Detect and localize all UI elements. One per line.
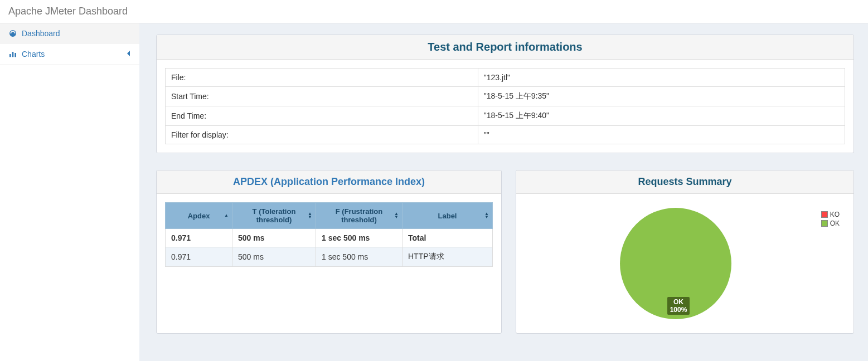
col-header-toleration[interactable]: T (Toleration threshold) ▲▼ xyxy=(232,203,316,229)
cell-f: 1 sec 500 ms xyxy=(316,247,403,267)
table-row: 0.971 500 ms 1 sec 500 ms HTTP请求 xyxy=(166,247,493,267)
info-panel: Test and Report informations File: "123.… xyxy=(156,35,854,153)
info-panel-title: Test and Report informations xyxy=(157,35,854,60)
sort-icon: ▲▼ xyxy=(484,212,489,219)
table-row: File: "123.jtl" xyxy=(166,69,845,87)
sort-icon: ▲▼ xyxy=(308,212,312,219)
col-header-label[interactable]: Label ▲▼ xyxy=(403,203,493,229)
page-header: Apache JMeter Dashboard xyxy=(0,0,868,23)
pie-chart: OK 100% xyxy=(530,208,821,325)
apdex-table: Apdex ▲ T (Toleration threshold) ▲▼ F (F… xyxy=(165,202,493,267)
col-header-frustration[interactable]: F (Frustration threshold) ▲▼ xyxy=(316,203,403,229)
cell-t: 500 ms xyxy=(232,229,316,247)
svg-text:OK: OK xyxy=(673,298,683,306)
legend-swatch-ok xyxy=(821,220,828,227)
cell-apdex: 0.971 xyxy=(166,247,232,267)
cell-f: 1 sec 500 ms xyxy=(316,229,403,247)
sidebar-item-label: Charts xyxy=(22,50,45,58)
main-content: Test and Report informations File: "123.… xyxy=(139,23,868,361)
cell-label: HTTP请求 xyxy=(403,247,493,267)
info-value: "123.jtl" xyxy=(478,69,845,87)
svg-rect-0 xyxy=(9,54,11,57)
svg-text:100%: 100% xyxy=(670,306,687,314)
sidebar-item-dashboard[interactable]: Dashboard xyxy=(0,23,139,44)
sort-icon: ▲▼ xyxy=(394,212,399,219)
table-row: Filter for display: "" xyxy=(166,126,845,144)
col-header-apdex[interactable]: Apdex ▲ xyxy=(166,203,232,229)
sort-icon: ▲ xyxy=(224,214,229,217)
legend-item-ok: OK xyxy=(821,219,840,227)
cell-t: 500 ms xyxy=(232,247,316,267)
info-label: Start Time: xyxy=(166,87,478,106)
apdex-panel-title: APDEX (Application Performance Index) xyxy=(157,170,501,194)
table-row: Start Time: "18-5-15 上午9:35" xyxy=(166,87,845,106)
sidebar-item-label: Dashboard xyxy=(22,29,60,38)
info-value: "18-5-15 上午9:40" xyxy=(478,106,845,126)
info-label: End Time: xyxy=(166,106,478,126)
cell-label: Total xyxy=(403,229,493,247)
table-row: End Time: "18-5-15 上午9:40" xyxy=(166,106,845,126)
info-label: File: xyxy=(166,69,478,87)
info-label: Filter for display: xyxy=(166,126,478,144)
svg-rect-1 xyxy=(12,52,14,57)
apdex-panel: APDEX (Application Performance Index) Ap… xyxy=(156,170,502,334)
sidebar-item-charts[interactable]: Charts xyxy=(0,44,139,65)
summary-panel: Requests Summary OK 100% xyxy=(516,170,854,334)
bar-chart-icon xyxy=(8,50,17,58)
pie-legend: KO OK xyxy=(821,208,840,228)
info-value: "18-5-15 上午9:35" xyxy=(478,87,845,106)
svg-rect-2 xyxy=(14,53,16,57)
legend-item-ko: KO xyxy=(821,211,840,218)
chevron-left-icon xyxy=(127,51,131,57)
table-row: 0.971 500 ms 1 sec 500 ms Total xyxy=(166,229,493,247)
cell-apdex: 0.971 xyxy=(166,229,232,247)
summary-panel-title: Requests Summary xyxy=(516,170,854,194)
dashboard-icon xyxy=(8,29,17,38)
legend-swatch-ko xyxy=(821,211,828,218)
sidebar: Dashboard Charts xyxy=(0,23,139,361)
page-title: Apache JMeter Dashboard xyxy=(8,6,128,17)
info-value: "" xyxy=(478,126,845,144)
info-table: File: "123.jtl" Start Time: "18-5-15 上午9… xyxy=(165,68,845,144)
